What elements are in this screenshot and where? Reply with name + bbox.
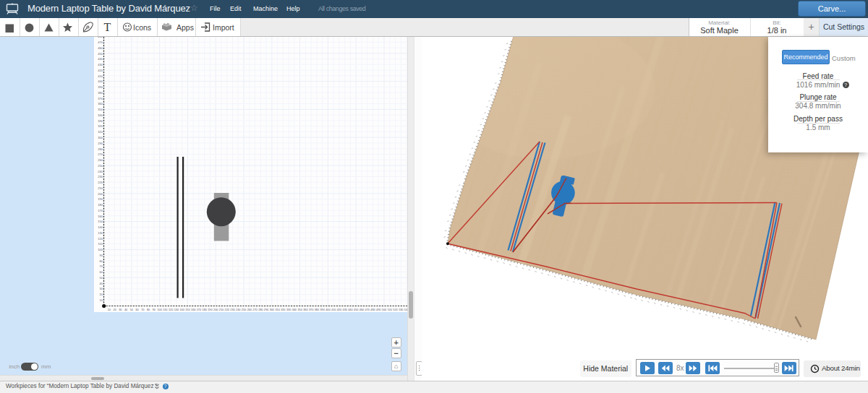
svg-text:160: 160	[191, 308, 195, 311]
svg-text:320: 320	[281, 308, 285, 311]
svg-text:440: 440	[98, 57, 103, 61]
svg-text:Icons: Icons	[133, 23, 151, 32]
svg-text:460: 460	[98, 46, 103, 50]
svg-text:80: 80	[147, 308, 150, 311]
svg-text:180: 180	[203, 308, 207, 311]
svg-text:200: 200	[98, 192, 103, 196]
svg-text:420: 420	[337, 308, 341, 311]
svg-text:220: 220	[225, 308, 229, 311]
svg-text:210: 210	[219, 308, 224, 311]
svg-text:290: 290	[264, 308, 268, 311]
svg-text:60: 60	[100, 270, 103, 274]
svg-text:370: 370	[98, 97, 103, 100]
svg-text:190: 190	[98, 197, 103, 201]
svg-text:340: 340	[292, 308, 297, 311]
svg-text:90: 90	[153, 308, 156, 311]
svg-text:340: 340	[98, 113, 103, 117]
svg-text:390: 390	[320, 308, 324, 311]
svg-text:130: 130	[98, 231, 103, 235]
svg-text:270: 270	[252, 308, 257, 311]
svg-text:80: 80	[100, 259, 103, 263]
svg-text:390: 390	[98, 85, 103, 89]
svg-text:290: 290	[98, 142, 103, 145]
svg-text:160: 160	[98, 215, 103, 218]
svg-text:400: 400	[326, 308, 330, 311]
svg-text:300: 300	[98, 136, 103, 139]
svg-text:T: T	[104, 21, 111, 33]
svg-text:260: 260	[98, 158, 103, 162]
svg-text:500: 500	[382, 308, 386, 311]
svg-text:350: 350	[98, 108, 103, 111]
svg-text:430: 430	[98, 63, 103, 66]
svg-text:410: 410	[98, 74, 103, 78]
svg-text:Apps: Apps	[176, 23, 194, 32]
svg-text:330: 330	[286, 308, 291, 311]
svg-text:420: 420	[98, 69, 103, 72]
svg-text:230: 230	[230, 308, 234, 311]
svg-text:320: 320	[98, 124, 103, 128]
svg-text:310: 310	[275, 308, 279, 311]
svg-text:440: 440	[348, 308, 352, 311]
svg-text:Import: Import	[213, 23, 234, 32]
svg-text:40: 40	[124, 308, 127, 311]
svg-text:170: 170	[98, 209, 103, 212]
svg-text:470: 470	[365, 308, 370, 311]
svg-text:360: 360	[98, 102, 103, 105]
svg-text:10: 10	[100, 298, 103, 302]
svg-text:180: 180	[98, 203, 103, 207]
svg-text:50: 50	[100, 276, 103, 280]
svg-text:380: 380	[98, 91, 103, 95]
svg-text:250: 250	[98, 164, 103, 168]
svg-text:450: 450	[98, 52, 103, 56]
svg-text:100: 100	[157, 308, 161, 311]
svg-text:240: 240	[236, 308, 240, 311]
svg-text:120: 120	[169, 308, 173, 311]
svg-text:120: 120	[98, 237, 103, 241]
svg-text:270: 270	[98, 152, 103, 156]
svg-text:130: 130	[174, 308, 179, 311]
svg-text:230: 230	[98, 175, 103, 178]
svg-text:220: 220	[98, 181, 103, 184]
svg-text:490: 490	[376, 308, 380, 311]
svg-text:70: 70	[141, 308, 144, 311]
svg-text:10: 10	[108, 308, 111, 311]
svg-text:50: 50	[130, 308, 133, 311]
svg-text:310: 310	[98, 130, 103, 134]
svg-text:150: 150	[185, 308, 190, 311]
svg-text:260: 260	[247, 308, 252, 311]
svg-text:110: 110	[98, 242, 103, 246]
svg-text:350: 350	[297, 308, 302, 311]
svg-text:70: 70	[100, 264, 103, 268]
svg-text:30: 30	[119, 308, 122, 311]
svg-text:280: 280	[258, 308, 263, 311]
svg-text:240: 240	[98, 170, 103, 173]
svg-text:30: 30	[100, 287, 103, 290]
svg-text:20: 20	[100, 293, 103, 296]
svg-text:190: 190	[208, 308, 212, 311]
svg-text:200: 200	[213, 308, 218, 311]
svg-text:100: 100	[98, 248, 103, 251]
svg-text:480: 480	[370, 308, 375, 311]
svg-text:450: 450	[354, 308, 358, 311]
svg-text:370: 370	[309, 308, 313, 311]
svg-text:140: 140	[98, 225, 103, 229]
svg-text:380: 380	[315, 308, 319, 311]
svg-text:20: 20	[113, 308, 116, 311]
svg-text:330: 330	[98, 119, 103, 123]
svg-text:170: 170	[197, 308, 201, 311]
svg-text:530: 530	[399, 308, 403, 311]
svg-text:470: 470	[98, 40, 103, 44]
svg-text:520: 520	[393, 308, 397, 311]
svg-text:140: 140	[179, 308, 184, 311]
svg-text:40: 40	[100, 282, 103, 285]
svg-text:460: 460	[359, 308, 364, 311]
svg-text:430: 430	[343, 308, 347, 311]
svg-text:410: 410	[331, 308, 336, 311]
svg-text:210: 210	[98, 186, 103, 190]
svg-text:250: 250	[242, 308, 246, 311]
svg-text:400: 400	[98, 79, 103, 83]
svg-text:110: 110	[163, 308, 167, 311]
svg-text:60: 60	[135, 308, 138, 311]
svg-text:480: 480	[98, 37, 103, 38]
svg-text:90: 90	[100, 254, 103, 257]
